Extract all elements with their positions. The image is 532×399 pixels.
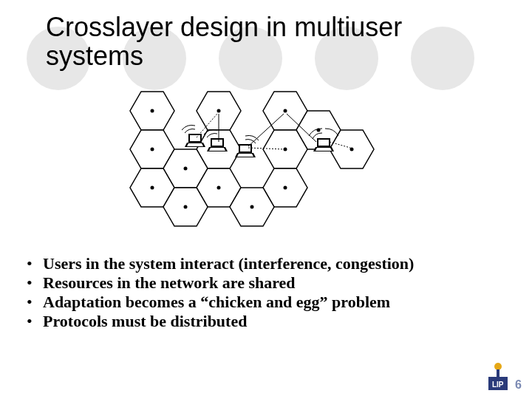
svg-point-12 xyxy=(350,148,354,151)
svg-point-7 xyxy=(284,109,287,113)
slide-title: Crosslayer design in multiuser systems xyxy=(46,13,488,71)
bullet-list: Users in the system interact (interferen… xyxy=(22,254,510,331)
svg-point-13 xyxy=(184,167,188,171)
slide-footer: L IP 6 xyxy=(485,362,522,392)
bullet-item: Users in the system interact (interferen… xyxy=(22,254,510,273)
svg-point-16 xyxy=(284,186,287,190)
svg-point-18 xyxy=(250,205,254,209)
svg-rect-27 xyxy=(497,369,499,378)
svg-point-9 xyxy=(151,148,154,151)
network-diagram xyxy=(100,87,411,235)
svg-point-17 xyxy=(184,205,188,209)
bullet-item: Protocols must be distributed xyxy=(22,312,510,331)
bullet-item: Adaptation becomes a “chicken and egg” p… xyxy=(22,293,510,312)
hex-grid-svg xyxy=(100,87,411,235)
svg-point-26 xyxy=(494,363,502,370)
svg-point-11 xyxy=(284,148,287,151)
svg-point-14 xyxy=(151,186,154,190)
svg-point-6 xyxy=(217,109,221,113)
svg-point-15 xyxy=(217,186,221,190)
bullet-item: Resources in the network are shared xyxy=(22,273,510,293)
lip-logo-icon: L IP xyxy=(485,362,511,392)
svg-point-5 xyxy=(151,109,154,113)
svg-text:IP: IP xyxy=(497,381,504,389)
page-number: 6 xyxy=(515,378,522,392)
